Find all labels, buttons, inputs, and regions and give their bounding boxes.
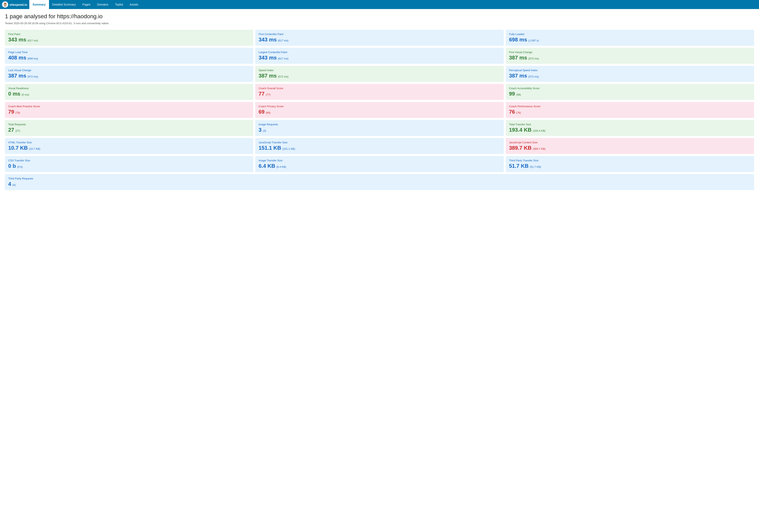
metric-card-15: Total Requests27(27) [5,120,253,136]
card-value-9: 0 ms [8,91,20,97]
page-subtitle: Tested 2020-05-26 09:18:09 using Chrome … [5,22,754,25]
metric-card-3: Page Load Time408 ms(699 ms) [5,48,253,64]
card-sub-20: (389.7 KB) [533,147,545,150]
card-sub-7: (572 ms) [278,75,289,78]
card-value-16: 3 [259,127,261,133]
card-sub-6: (572 ms) [27,75,38,78]
card-sub-2: (1.097 s) [528,39,539,42]
card-label-3: Page Load Time [8,51,250,54]
card-sub-9: (0 ms) [21,93,29,96]
card-label-14: Coach Performance Score [509,105,751,108]
card-value-13: 69 [259,109,264,115]
card-sub-17: (193.4 KB) [533,129,545,132]
card-value-21: 0 b [8,163,16,169]
card-label-11: Coach Accessibility Score [509,87,751,90]
card-label-23: Third Party Transfer Size [509,159,751,162]
metric-card-24: Third Party Requests4(4) [5,174,754,190]
card-label-1: First Contentful Paint [259,33,500,36]
card-label-20: JavaScript Content Size [509,141,751,144]
card-sub-23: (51.7 KB) [530,165,541,168]
card-sub-10: (77) [266,93,270,96]
card-sub-16: (3) [263,129,266,132]
card-sub-4: (617 ms) [278,57,289,60]
metric-card-11: Coach Accessibility Score99(99) [506,84,754,100]
main-content: 1 page analysed for https://haodong.io T… [0,9,759,194]
card-sub-12: (79) [16,111,20,114]
card-label-22: Image Transfer Size [259,159,500,162]
card-label-18: HTML Transfer Size [8,141,250,144]
card-label-8: Perceptual Speed Index [509,69,751,72]
card-sub-24: (4) [12,184,16,186]
card-value-7: 387 ms [259,73,277,79]
metric-card-7: Speed Index387 ms(572 ms) [255,66,503,82]
card-sub-11: (99) [516,93,521,96]
card-value-8: 387 ms [509,73,527,79]
metric-card-12: Coach Best Practice Score79(79) [5,102,253,118]
card-label-10: Coach Overall Score [259,87,500,90]
card-label-15: Total Requests [8,123,250,126]
card-value-0: 343 ms [8,36,26,43]
metric-card-10: Coach Overall Score77(77) [255,84,503,100]
card-label-4: Largest Contentful Paint [259,51,500,54]
page-title: 1 page analysed for https://haodong.io [5,13,754,20]
metric-card-14: Coach Performance Score76(76) [506,102,754,118]
card-value-17: 193.4 KB [509,127,532,133]
metric-card-5: First Visual Change387 ms(572 ms) [506,48,754,64]
metric-card-2: Fully Loaded698 ms(1.097 s) [506,30,754,46]
card-value-1: 343 ms [259,36,277,43]
card-sub-13: (69) [266,111,270,114]
logo-icon: 🦉 [2,1,8,8]
card-sub-21: (0 b) [17,165,23,168]
card-label-19: JavaScript Transfer Size [259,141,500,144]
card-value-22: 6.4 KB [259,163,275,169]
card-sub-1: (617 ms) [278,39,289,42]
metric-card-19: JavaScript Transfer Size151.1 KB(151.1 K… [255,138,503,154]
metric-card-13: Coach Privacy Score69(69) [255,102,503,118]
card-value-5: 387 ms [509,55,527,61]
metric-card-22: Image Transfer Size6.4 KB(6.4 KB) [255,156,503,172]
card-label-0: First Paint [8,33,250,36]
card-sub-15: (27) [16,129,20,132]
nav-link-summary[interactable]: Summary [29,0,49,9]
card-sub-3: (699 ms) [27,57,38,60]
card-value-6: 387 ms [8,73,26,79]
nav-link-assets[interactable]: Assets [126,0,141,9]
navbar: 🦉 sitespeed.io SummaryDetailed SummaryPa… [0,0,759,9]
card-label-13: Coach Privacy Score [259,105,500,108]
card-sub-8: (572 ms) [528,75,539,78]
card-value-2: 698 ms [509,36,527,43]
nav-logo[interactable]: 🦉 sitespeed.io [2,1,27,8]
card-sub-14: (76) [516,111,521,114]
metric-card-0: First Paint343 ms(617 ms) [5,30,253,46]
card-value-19: 151.1 KB [259,145,281,151]
card-label-7: Speed Index [259,69,500,72]
card-sub-19: (151.1 KB) [282,147,295,150]
card-label-24: Third Party Requests [8,177,751,180]
card-value-14: 76 [509,109,515,115]
metrics-grid: First Paint343 ms(617 ms)First Contentfu… [5,30,754,190]
card-label-12: Coach Best Practice Score [8,105,250,108]
metric-card-21: CSS Transfer Size0 b(0 b) [5,156,253,172]
card-sub-18: (10.7 KB) [29,147,40,150]
card-value-3: 408 ms [8,55,26,61]
metric-card-1: First Contentful Paint343 ms(617 ms) [255,30,503,46]
card-sub-5: (572 ms) [528,57,539,60]
metric-card-18: HTML Transfer Size10.7 KB(10.7 KB) [5,138,253,154]
nav-link-domains[interactable]: Domains [94,0,111,9]
metric-card-17: Total Transfer Size193.4 KB(193.4 KB) [506,120,754,136]
metric-card-6: Last Visual Change387 ms(572 ms) [5,66,253,82]
nav-link-toplist[interactable]: Toplist [112,0,127,9]
card-value-10: 77 [259,91,264,97]
metric-card-16: Image Requests3(3) [255,120,503,136]
nav-links: SummaryDetailed SummaryPagesDomainsTopli… [29,0,142,9]
card-value-24: 4 [8,181,11,187]
card-label-9: Visual Readiness [8,87,250,90]
card-label-17: Total Transfer Size [509,123,751,126]
logo-text: sitespeed.io [10,3,27,6]
card-value-15: 27 [8,127,14,133]
nav-link-detailed-summary[interactable]: Detailed Summary [49,0,79,9]
nav-link-pages[interactable]: Pages [79,0,94,9]
metric-card-20: JavaScript Content Size389.7 KB(389.7 KB… [506,138,754,154]
metric-card-9: Visual Readiness0 ms(0 ms) [5,84,253,100]
card-sub-0: (617 ms) [27,39,38,42]
